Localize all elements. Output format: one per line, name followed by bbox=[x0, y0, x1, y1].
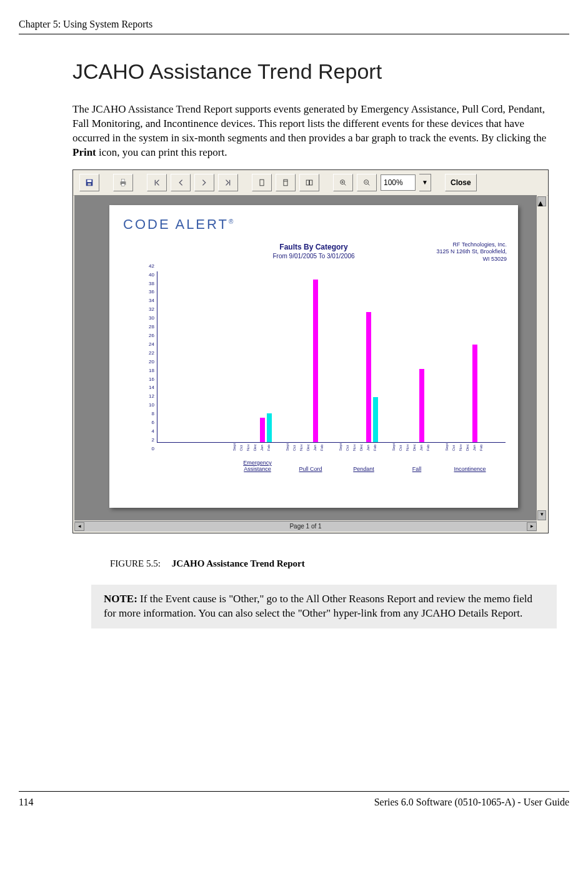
month-tick: Jan bbox=[260, 438, 264, 451]
last-page-icon[interactable] bbox=[218, 174, 238, 191]
svg-rect-2 bbox=[87, 183, 91, 186]
category-group: SeptOctNovDecJanFebPull Cord bbox=[286, 271, 336, 442]
report-viewer-window: 100% ▼ Close CODE ALERT® Faults By Categ… bbox=[72, 169, 549, 533]
month-tick: Dec bbox=[306, 438, 310, 451]
y-tick: 18 bbox=[149, 367, 154, 373]
y-tick: 10 bbox=[149, 402, 154, 408]
org-line-1: RF Technologies, Inc. bbox=[436, 241, 507, 249]
zoom-field[interactable]: 100% bbox=[381, 174, 416, 191]
first-page-icon[interactable] bbox=[147, 174, 167, 191]
bar bbox=[366, 312, 371, 442]
month-tick: Oct bbox=[452, 438, 456, 451]
zoom-out-icon[interactable] bbox=[357, 174, 377, 191]
month-tick: Oct bbox=[292, 438, 296, 451]
page-number: 114 bbox=[19, 797, 33, 808]
vertical-scrollbar[interactable]: ▴ ▾ bbox=[536, 195, 547, 520]
figure-number: FIGURE 5.5: bbox=[110, 558, 161, 568]
month-tick: Oct bbox=[399, 438, 402, 451]
month-tick: Oct bbox=[239, 438, 243, 451]
y-tick: 28 bbox=[149, 324, 154, 330]
svg-rect-9 bbox=[309, 180, 312, 185]
scroll-left-arrow-icon[interactable]: ◂ bbox=[74, 522, 84, 531]
y-tick: 32 bbox=[149, 306, 154, 312]
category-link[interactable]: Fall bbox=[392, 466, 442, 472]
svg-rect-5 bbox=[121, 184, 124, 186]
figure-caption: FIGURE 5.5:JCAHO Assistance Trend Report bbox=[110, 558, 557, 569]
month-tick: Nov bbox=[406, 438, 409, 451]
month-tick: Nov bbox=[352, 438, 356, 451]
y-tick: 36 bbox=[149, 289, 154, 295]
note-box: NOTE: If the Event cause is "Other," go … bbox=[91, 585, 557, 628]
y-tick: 6 bbox=[152, 420, 154, 425]
running-head: Chapter 5: Using System Reports bbox=[19, 19, 569, 30]
page-width-icon[interactable] bbox=[276, 174, 296, 191]
org-address: RF Technologies, Inc. 3125 N 126th St, B… bbox=[436, 241, 507, 263]
month-tick: Jan bbox=[313, 438, 317, 451]
month-tick: Sept bbox=[392, 438, 396, 451]
brand-logo: CODE ALERT® bbox=[123, 216, 235, 233]
save-icon[interactable] bbox=[79, 174, 99, 191]
month-tick: Dec bbox=[359, 438, 363, 451]
svg-rect-4 bbox=[121, 179, 124, 182]
month-tick: Dec bbox=[253, 438, 257, 451]
zoom-dropdown-icon[interactable]: ▼ bbox=[419, 174, 431, 191]
scroll-up-arrow-icon[interactable]: ▴ bbox=[537, 196, 546, 206]
category-group: SeptOctNovDecJanFebPendant bbox=[339, 271, 389, 442]
y-tick: 14 bbox=[149, 385, 154, 390]
y-tick: 4 bbox=[152, 428, 154, 433]
report-page: CODE ALERT® Faults By Category From 9/01… bbox=[109, 205, 518, 508]
print-icon[interactable] bbox=[113, 174, 133, 191]
horizontal-scrollbar[interactable]: Page 1 of 1 ◂ ▸ bbox=[74, 521, 537, 532]
y-tick: 20 bbox=[149, 358, 154, 364]
toolbar: 100% ▼ Close bbox=[73, 170, 548, 196]
svg-rect-6 bbox=[260, 179, 264, 186]
month-tick: Oct bbox=[346, 438, 349, 451]
single-page-icon[interactable] bbox=[252, 174, 272, 191]
y-tick: 12 bbox=[149, 393, 154, 399]
y-tick: 38 bbox=[149, 280, 154, 286]
scroll-down-arrow-icon[interactable]: ▾ bbox=[537, 510, 546, 520]
category-link[interactable]: Pull Cord bbox=[286, 466, 336, 472]
bar bbox=[313, 280, 318, 442]
month-tick: Nov bbox=[299, 438, 303, 451]
org-line-2: 3125 N 126th St, Brookfield, bbox=[436, 248, 507, 256]
note-body: If the Event cause is "Other," go to the… bbox=[104, 593, 532, 619]
intro-paragraph: The JCAHO Assistance Trend Report suppor… bbox=[72, 103, 557, 160]
y-tick: 0 bbox=[152, 445, 154, 451]
close-button[interactable]: Close bbox=[445, 174, 477, 191]
month-tick: Nov bbox=[459, 438, 462, 451]
figure-text: JCAHO Assistance Trend Report bbox=[172, 558, 305, 568]
org-line-3: WI 53029 bbox=[436, 256, 507, 263]
note-lead: NOTE: bbox=[104, 593, 137, 605]
y-tick: 34 bbox=[149, 298, 154, 303]
category-group: SeptOctNovDecJanFebIncontinence bbox=[445, 271, 495, 442]
category-link[interactable]: Emergency Assistance bbox=[232, 460, 282, 472]
bar bbox=[267, 413, 272, 442]
svg-rect-8 bbox=[306, 180, 309, 185]
category-group: SeptOctNovDecJanFebFall bbox=[392, 271, 442, 442]
rule-top bbox=[19, 34, 569, 34]
month-tick: Feb bbox=[479, 438, 483, 451]
zoom-in-icon[interactable] bbox=[333, 174, 353, 191]
month-tick: Sept bbox=[445, 438, 449, 451]
para-text-a: The JCAHO Assistance Trend Report suppor… bbox=[72, 103, 546, 144]
chart-area: 024681012141618202224262830323436384042 … bbox=[141, 271, 506, 470]
category-link[interactable]: Incontinence bbox=[445, 466, 495, 472]
section-heading: JCAHO Assistance Trend Report bbox=[72, 59, 557, 84]
next-page-icon[interactable] bbox=[194, 174, 214, 191]
bar bbox=[419, 369, 424, 442]
month-tick: Feb bbox=[320, 438, 324, 451]
y-axis: 024681012141618202224262830323436384042 bbox=[141, 271, 157, 454]
category-link[interactable]: Pendant bbox=[339, 466, 389, 472]
scroll-right-arrow-icon[interactable]: ▸ bbox=[527, 522, 537, 531]
prev-page-icon[interactable] bbox=[171, 174, 191, 191]
y-tick: 42 bbox=[149, 263, 154, 268]
y-tick: 16 bbox=[149, 376, 154, 381]
para-text-b: icon, you can print this report. bbox=[96, 146, 227, 158]
month-tick: Jan bbox=[366, 438, 370, 451]
rule-bottom bbox=[19, 791, 569, 792]
month-tick: Dec bbox=[466, 438, 469, 451]
bar bbox=[472, 345, 477, 442]
y-tick: 30 bbox=[149, 315, 154, 321]
two-page-icon[interactable] bbox=[299, 174, 319, 191]
